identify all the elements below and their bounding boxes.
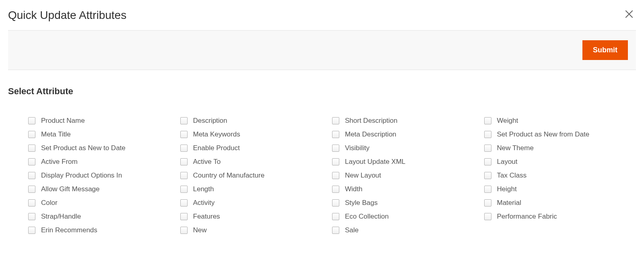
checkbox-display-product-options-in[interactable] (28, 172, 35, 179)
checkbox-description[interactable] (180, 117, 188, 124)
attribute-item-color: Color (28, 199, 180, 207)
attribute-label[interactable]: Color (41, 199, 58, 207)
attribute-label[interactable]: Height (497, 185, 517, 193)
checkbox-layout[interactable] (484, 158, 491, 165)
attribute-label[interactable]: Layout Update XML (345, 158, 405, 166)
attribute-item-activity: Activity (180, 199, 332, 207)
checkbox-short-description[interactable] (332, 117, 339, 124)
checkbox-height[interactable] (484, 186, 491, 193)
attribute-item-description: Description (180, 117, 332, 125)
attribute-label[interactable]: Features (193, 213, 220, 221)
checkbox-meta-description[interactable] (332, 131, 339, 138)
attribute-item-tax-class: Tax Class (484, 172, 636, 180)
attribute-label[interactable]: Weight (497, 117, 518, 125)
attribute-label[interactable]: Performance Fabric (497, 213, 557, 221)
attribute-label[interactable]: Allow Gift Message (41, 185, 100, 193)
attribute-item-set-product-as-new-to-date: Set Product as New to Date (28, 144, 180, 152)
attribute-label[interactable]: Meta Title (41, 130, 71, 138)
checkbox-new-layout[interactable] (332, 172, 339, 179)
attribute-label[interactable]: Layout (497, 158, 518, 166)
attribute-label[interactable]: New Theme (497, 144, 534, 152)
attribute-label[interactable]: Meta Keywords (193, 130, 240, 138)
attribute-item-enable-product: Enable Product (180, 144, 332, 152)
attribute-label[interactable]: Material (497, 199, 521, 207)
checkbox-length[interactable] (180, 186, 188, 193)
attribute-label[interactable]: Sale (345, 226, 359, 234)
checkbox-width[interactable] (332, 186, 339, 193)
checkbox-material[interactable] (484, 199, 491, 207)
checkbox-enable-product[interactable] (180, 145, 188, 152)
checkbox-layout-update-xml[interactable] (332, 158, 339, 165)
checkbox-product-name[interactable] (28, 117, 35, 124)
attribute-label[interactable]: New (193, 226, 207, 234)
submit-button[interactable]: Submit (582, 40, 628, 60)
checkbox-eco-collection[interactable] (332, 213, 339, 220)
attribute-label[interactable]: Country of Manufacture (193, 172, 265, 180)
checkbox-set-product-as-new-from-date[interactable] (484, 131, 491, 138)
attribute-label[interactable]: Set Product as New from Date (497, 130, 590, 138)
attribute-label[interactable]: Style Bags (345, 199, 378, 207)
attribute-item-meta-description: Meta Description (332, 130, 484, 138)
attribute-item-meta-title: Meta Title (28, 130, 180, 138)
checkbox-strap-handle[interactable] (28, 213, 35, 220)
attribute-label[interactable]: Eco Collection (345, 213, 389, 221)
checkbox-meta-keywords[interactable] (180, 131, 188, 138)
checkbox-tax-class[interactable] (484, 172, 491, 179)
attribute-label[interactable]: Active From (41, 158, 78, 166)
attribute-label[interactable]: New Layout (345, 172, 381, 180)
attribute-item-eco-collection: Eco Collection (332, 213, 484, 221)
attribute-label[interactable]: Strap/Handle (41, 213, 81, 221)
close-icon[interactable] (622, 7, 636, 23)
checkbox-sale[interactable] (332, 227, 339, 234)
attribute-label[interactable]: Length (193, 185, 214, 193)
checkbox-style-bags[interactable] (332, 199, 339, 207)
attribute-label[interactable]: Short Description (345, 117, 397, 125)
attribute-label[interactable]: Active To (193, 158, 221, 166)
section-title: Select Attribute (8, 86, 636, 97)
attributes-grid: Product Name Meta Title Set Product as N… (8, 117, 636, 240)
attribute-label[interactable]: Width (345, 185, 362, 193)
checkbox-active-to[interactable] (180, 158, 188, 165)
attribute-item-active-from: Active From (28, 158, 180, 166)
attribute-item-performance-fabric: Performance Fabric (484, 213, 636, 221)
checkbox-new[interactable] (180, 227, 188, 234)
checkbox-weight[interactable] (484, 117, 491, 124)
checkbox-new-theme[interactable] (484, 145, 491, 152)
checkbox-activity[interactable] (180, 199, 188, 207)
attribute-item-width: Width (332, 185, 484, 193)
attribute-item-strap-handle: Strap/Handle (28, 213, 180, 221)
attribute-item-layout: Layout (484, 158, 636, 166)
checkbox-country-of-manufacture[interactable] (180, 172, 188, 179)
checkbox-meta-title[interactable] (28, 131, 35, 138)
attribute-item-short-description: Short Description (332, 117, 484, 125)
modal-content: Select Attribute Product Name Meta Title… (0, 70, 644, 248)
attribute-label[interactable]: Visibility (345, 144, 369, 152)
checkbox-color[interactable] (28, 199, 35, 207)
checkbox-set-product-as-new-to-date[interactable] (28, 145, 35, 152)
attribute-item-erin-recommends: Erin Recommends (28, 226, 180, 234)
modal-title: Quick Update Attributes (8, 9, 126, 22)
quick-update-attributes-modal: Quick Update Attributes Submit Select At… (0, 0, 644, 248)
attribute-label[interactable]: Set Product as New to Date (41, 144, 126, 152)
attribute-label[interactable]: Tax Class (497, 172, 527, 180)
checkbox-features[interactable] (180, 213, 188, 220)
attribute-label[interactable]: Enable Product (193, 144, 240, 152)
attribute-label[interactable]: Meta Description (345, 130, 396, 138)
attribute-label[interactable]: Product Name (41, 117, 85, 125)
attribute-label[interactable]: Activity (193, 199, 215, 207)
checkbox-allow-gift-message[interactable] (28, 186, 35, 193)
attribute-item-material: Material (484, 199, 636, 207)
attribute-item-new-theme: New Theme (484, 144, 636, 152)
checkbox-erin-recommends[interactable] (28, 227, 35, 234)
attribute-item-style-bags: Style Bags (332, 199, 484, 207)
checkbox-performance-fabric[interactable] (484, 213, 491, 220)
attribute-item-new-layout: New Layout (332, 172, 484, 180)
attribute-item-display-product-options-in: Display Product Options In (28, 172, 180, 180)
attribute-label[interactable]: Description (193, 117, 227, 125)
checkbox-visibility[interactable] (332, 145, 339, 152)
attribute-item-height: Height (484, 185, 636, 193)
attribute-label[interactable]: Erin Recommends (41, 226, 97, 234)
checkbox-active-from[interactable] (28, 158, 35, 165)
attribute-label[interactable]: Display Product Options In (41, 172, 122, 180)
attribute-item-active-to: Active To (180, 158, 332, 166)
